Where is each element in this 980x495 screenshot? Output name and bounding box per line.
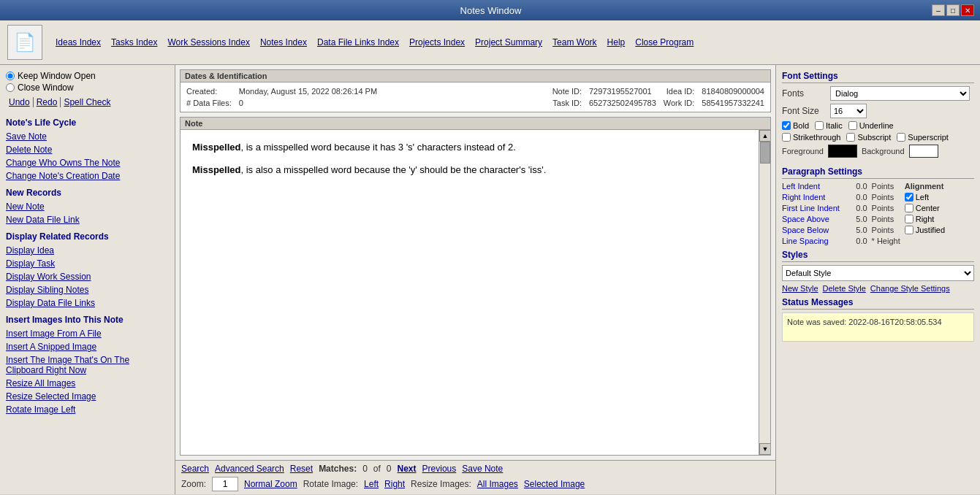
display-idea-link[interactable]: Display Idea <box>6 245 169 256</box>
fonts-select[interactable]: Dialog <box>830 86 970 101</box>
superscript-checkbox[interactable] <box>897 133 905 142</box>
foreground-color[interactable] <box>828 145 857 158</box>
new-data-file-link[interactable]: New Data File Link <box>6 214 169 226</box>
underline-label: Underline <box>859 121 894 130</box>
subscript-checkbox[interactable] <box>846 133 855 142</box>
zoom-label: Zoom: <box>181 479 206 489</box>
window-controls: – □ ✕ <box>932 4 974 16</box>
work-id-value: 58541957332241 <box>702 99 764 107</box>
background-color[interactable] <box>909 145 938 158</box>
insert-clipboard-link[interactable]: Insert The Image That's On The Clipboard… <box>6 354 169 376</box>
nav-data-file-links[interactable]: Data File Links Index <box>313 36 403 49</box>
next-link[interactable]: Next <box>398 464 417 474</box>
right-align-label: Right <box>916 215 935 223</box>
right-indent-unit: Points <box>872 193 900 202</box>
nav-projects-index[interactable]: Projects Index <box>405 36 469 49</box>
italic-checkbox[interactable] <box>815 121 824 130</box>
new-style-button[interactable]: New Style <box>782 284 818 293</box>
matches-value: 0 <box>362 464 368 474</box>
strikethrough-checkbox[interactable] <box>782 133 791 142</box>
superscript-checkbox-label[interactable]: Superscript <box>897 133 949 142</box>
rotate-right-link[interactable]: Right <box>384 479 405 489</box>
right-align-option[interactable]: Right <box>905 215 974 223</box>
nav-close-program[interactable]: Close Program <box>631 36 698 49</box>
minimize-button[interactable]: – <box>932 4 945 16</box>
line-spacing-value: 0.0 <box>856 237 867 245</box>
undo-button[interactable]: Undo <box>6 97 33 107</box>
save-note-link[interactable]: Save Note <box>6 131 169 142</box>
bold-checkbox-label[interactable]: Bold <box>782 121 809 130</box>
strikethrough-checkbox-label[interactable]: Strikethrough <box>782 133 840 142</box>
right-align-checkbox[interactable] <box>905 215 913 223</box>
advanced-search-link[interactable]: Advanced Search <box>215 464 284 474</box>
note-scrollbar[interactable]: ▲ ▼ <box>759 130 770 455</box>
nav-help[interactable]: Help <box>603 36 630 49</box>
nav-team-work[interactable]: Team Work <box>548 36 601 49</box>
note-content[interactable]: Misspelled, is a misspelled word because… <box>181 130 759 455</box>
styles-select[interactable]: Default Style <box>782 265 974 281</box>
search-link[interactable]: Search <box>181 464 209 474</box>
rotate-left-link[interactable]: Left <box>364 479 379 489</box>
rotate-left-link[interactable]: Rotate Image Left <box>6 404 169 415</box>
data-files-value: 0 <box>239 99 545 107</box>
display-related-title: Display Related Records <box>6 231 169 242</box>
italic-checkbox-label[interactable]: Italic <box>815 121 843 130</box>
selected-image-link[interactable]: Selected Image <box>524 479 585 489</box>
font-settings-section: Font Settings Fonts Dialog Font Size 16 … <box>782 71 974 162</box>
new-note-link[interactable]: New Note <box>6 201 169 212</box>
subscript-checkbox-label[interactable]: Subscript <box>846 133 891 142</box>
search-row: Search Advanced Search Reset Matches: 0 … <box>181 464 770 474</box>
change-creation-link[interactable]: Change Note's Creation Date <box>6 170 169 182</box>
reset-link[interactable]: Reset <box>290 464 313 474</box>
display-sibling-link[interactable]: Display Sibling Notes <box>6 284 169 296</box>
redo-button[interactable]: Redo <box>33 97 61 107</box>
previous-link[interactable]: Previous <box>422 464 457 474</box>
keep-window-open-radio[interactable]: Keep Window Open <box>6 71 169 81</box>
styles-select-row: Default Style <box>782 265 974 281</box>
of-value: 0 <box>387 464 392 474</box>
all-images-link[interactable]: All Images <box>477 479 518 489</box>
underline-checkbox-label[interactable]: Underline <box>848 121 894 130</box>
left-align-checkbox[interactable] <box>905 193 913 202</box>
close-window-radio[interactable]: Close Window <box>6 82 169 93</box>
center-align-checkbox[interactable] <box>905 204 913 212</box>
display-task-link[interactable]: Display Task <box>6 258 169 269</box>
first-line-unit: Points <box>872 204 900 212</box>
nav-work-sessions[interactable]: Work Sessions Index <box>163 36 254 49</box>
nav-tasks-index[interactable]: Tasks Index <box>107 36 162 49</box>
zoom-input[interactable] <box>212 477 238 491</box>
scroll-down-button[interactable]: ▼ <box>759 443 770 455</box>
scroll-thumb[interactable] <box>760 142 770 164</box>
maximize-button[interactable]: □ <box>946 4 960 16</box>
delete-style-button[interactable]: Delete Style <box>823 284 866 293</box>
display-data-files-link[interactable]: Display Data File Links <box>6 297 169 309</box>
justified-align-option[interactable]: Justified <box>905 226 974 234</box>
nav-project-summary[interactable]: Project Summary <box>471 36 547 49</box>
note-inner: Misspelled, is a misspelled word because… <box>181 130 759 455</box>
nav-notes-index[interactable]: Notes Index <box>256 36 311 49</box>
underline-checkbox[interactable] <box>848 121 857 130</box>
background-label: Background <box>862 147 905 156</box>
of-label: of <box>373 464 381 474</box>
display-work-session-link[interactable]: Display Work Session <box>6 271 169 283</box>
space-above-label: Space Above <box>782 215 851 223</box>
nav-ideas-index[interactable]: Ideas Index <box>51 36 105 49</box>
change-owner-link[interactable]: Change Who Owns The Note <box>6 157 169 169</box>
bold-checkbox[interactable] <box>782 121 791 130</box>
scroll-up-button[interactable]: ▲ <box>759 130 770 142</box>
resize-selected-link[interactable]: Resize Selected Image <box>6 391 169 402</box>
spell-check-button[interactable]: Spell Check <box>60 97 113 107</box>
title-bar: Notes Window – □ ✕ <box>0 0 980 20</box>
center-align-option[interactable]: Center <box>905 204 974 212</box>
delete-note-link[interactable]: Delete Note <box>6 144 169 156</box>
insert-snipped-link[interactable]: Insert A Snipped Image <box>6 341 169 353</box>
normal-zoom-link[interactable]: Normal Zoom <box>244 479 297 489</box>
justified-align-checkbox[interactable] <box>905 226 913 234</box>
close-button[interactable]: ✕ <box>961 4 974 16</box>
font-size-select[interactable]: 16 <box>830 104 867 118</box>
left-align-option[interactable]: Left <box>905 193 974 202</box>
change-style-button[interactable]: Change Style Settings <box>870 284 950 293</box>
resize-all-link[interactable]: Resize All Images <box>6 377 169 389</box>
insert-from-file-link[interactable]: Insert Image From A File <box>6 328 169 339</box>
save-note-bottom[interactable]: Save Note <box>462 464 503 474</box>
